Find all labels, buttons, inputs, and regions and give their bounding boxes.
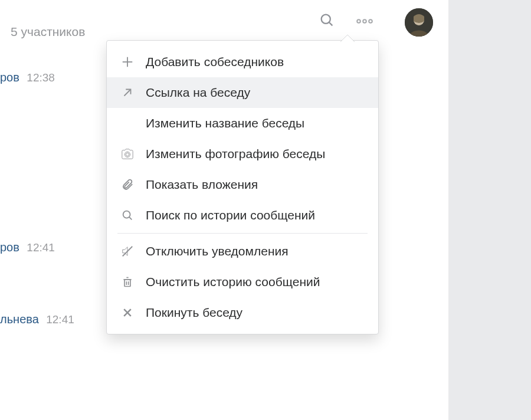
message-header: ров 12:38 [0, 71, 55, 84]
svg-point-4 [369, 19, 372, 23]
message-time: 12:41 [27, 241, 55, 254]
search-icon [319, 12, 335, 31]
menu-item-show-attachments[interactable]: Показать вложения [107, 169, 378, 200]
menu-item-clear-history[interactable]: Очистить историю сообщений [107, 267, 378, 297]
trash-icon [120, 274, 135, 290]
menu-item-rename-chat[interactable]: Изменить название беседы [107, 108, 378, 139]
menu-item-label: Очистить историю сообщений [146, 275, 320, 289]
menu-item-label: Показать вложения [146, 178, 258, 192]
plus-icon [120, 54, 135, 70]
camera-icon [120, 146, 135, 162]
side-panel [448, 0, 531, 420]
dropdown-arrow [340, 34, 355, 41]
pencil-icon [120, 116, 135, 131]
menu-item-label: Изменить фотографию беседы [146, 147, 325, 161]
sender-name-fragment: льнева [0, 313, 39, 326]
close-icon [120, 305, 135, 320]
message-time: 12:41 [46, 313, 74, 326]
menu-item-change-photo[interactable]: Изменить фотографию беседы [107, 139, 378, 169]
menu-item-label: Добавить собеседников [146, 55, 284, 69]
menu-item-chat-link[interactable]: Ссылка на беседу [107, 77, 378, 108]
menu-item-add-participants[interactable]: Добавить собеседников [107, 47, 378, 77]
message-header: ров 12:41 [0, 241, 55, 254]
menu-item-label: Отключить уведомления [146, 244, 289, 258]
search-icon [120, 208, 135, 223]
menu-separator [117, 233, 368, 234]
menu-item-label: Покинуть беседу [146, 306, 242, 320]
svg-point-10 [123, 211, 130, 218]
paperclip-icon [120, 177, 135, 192]
menu-item-label: Ссылка на беседу [146, 86, 250, 100]
svg-point-2 [357, 19, 360, 23]
chat-avatar[interactable] [405, 8, 433, 37]
menu-item-label: Поиск по истории сообщений [146, 208, 315, 222]
arrow-up-right-icon [120, 85, 135, 100]
header-search-button[interactable] [317, 12, 336, 31]
sender-name-fragment: ров [0, 71, 19, 84]
mute-icon [120, 244, 135, 259]
sender-name-fragment: ров [0, 241, 19, 254]
menu-item-leave-chat[interactable]: Покинуть беседу [107, 297, 378, 328]
svg-point-3 [363, 19, 366, 23]
message-header: льнева 12:41 [0, 313, 74, 326]
svg-line-9 [124, 90, 131, 96]
svg-line-1 [329, 22, 333, 26]
header-more-button[interactable] [353, 12, 376, 31]
chat-area: 5 участников [0, 0, 448, 420]
participants-count: 5 участников [11, 25, 85, 39]
svg-rect-13 [124, 280, 130, 287]
message-time: 12:38 [27, 71, 55, 84]
menu-item-search-history[interactable]: Поиск по истории сообщений [107, 200, 378, 231]
chat-actions-dropdown: Добавить собеседников Ссылка на беседу И… [106, 40, 379, 334]
svg-line-11 [129, 217, 132, 219]
svg-point-0 [322, 15, 330, 24]
more-horizontal-icon [356, 16, 373, 27]
menu-item-label: Изменить название беседы [146, 116, 304, 130]
menu-item-mute-notifications[interactable]: Отключить уведомления [107, 236, 378, 267]
